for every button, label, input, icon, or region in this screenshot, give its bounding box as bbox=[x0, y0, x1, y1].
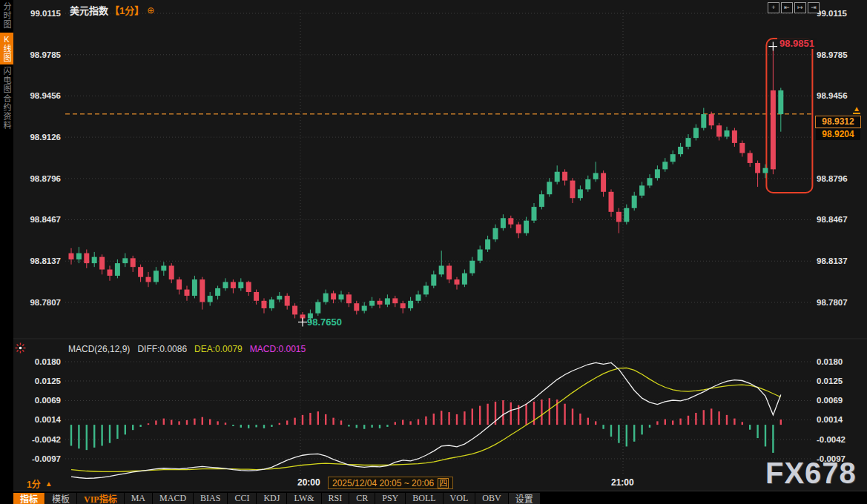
tab-template[interactable]: 模板 bbox=[45, 493, 77, 504]
chart-tool-icons: + ⇤ ↦ ⇥ bbox=[768, 2, 821, 13]
svg-text:0.0069: 0.0069 bbox=[817, 396, 843, 405]
svg-text:98.8467: 98.8467 bbox=[30, 215, 61, 224]
scale-left-icon[interactable]: ⇤ bbox=[781, 2, 793, 13]
chevron-up-icon: ▲ bbox=[45, 480, 53, 488]
prev-price-tag: 98.9204 bbox=[816, 129, 860, 140]
svg-text:0.0014: 0.0014 bbox=[817, 415, 843, 424]
candlestick-layer bbox=[69, 47, 784, 322]
chart-title: 美元指数 【1分】 ⊕ bbox=[70, 3, 154, 17]
svg-text:98.7807: 98.7807 bbox=[817, 298, 848, 307]
svg-text:98.9785: 98.9785 bbox=[817, 50, 848, 59]
pan-icon[interactable]: + bbox=[768, 2, 779, 13]
tab-kdj[interactable]: KDJ bbox=[257, 493, 287, 504]
tab-vol[interactable]: VOL bbox=[444, 493, 476, 504]
tab-macd[interactable]: MACD bbox=[153, 493, 194, 504]
chart-canvas[interactable]: 99.011599.011598.978598.978598.945698.94… bbox=[0, 0, 867, 504]
macd-diff-value: DIFF:0.0086 bbox=[137, 344, 187, 354]
period-selector[interactable]: 1分 ▲ bbox=[27, 477, 53, 490]
sidebar-item-time-chart[interactable]: 分时图 bbox=[0, 2, 13, 29]
svg-text:98.9126: 98.9126 bbox=[30, 133, 61, 142]
macd-dea-value: DEA:0.0079 bbox=[194, 344, 243, 354]
tab-lw[interactable]: LW& bbox=[287, 493, 321, 504]
svg-text:0.0125: 0.0125 bbox=[817, 377, 843, 385]
gridlines bbox=[13, 10, 867, 474]
interval-label: 【1分】 bbox=[110, 3, 144, 17]
svg-text:99.0115: 99.0115 bbox=[817, 9, 848, 18]
tab-indicator[interactable]: 指标 bbox=[13, 493, 45, 504]
svg-text:98.7807: 98.7807 bbox=[30, 298, 61, 307]
svg-text:-0.0097: -0.0097 bbox=[32, 454, 61, 463]
svg-text:98.8137: 98.8137 bbox=[30, 256, 61, 265]
svg-text:0.0180: 0.0180 bbox=[817, 357, 843, 366]
tooltip-datetime: 2025/12/04 20:05 ~ 20:06 bbox=[332, 478, 434, 488]
svg-text:0.0125: 0.0125 bbox=[35, 377, 62, 385]
session-low-label: 98.7650 bbox=[307, 316, 342, 328]
svg-text:-0.0042: -0.0042 bbox=[32, 435, 61, 444]
svg-text:99.0115: 99.0115 bbox=[30, 9, 62, 18]
sidebar-item-flash-chart[interactable]: 闪电图 bbox=[0, 67, 13, 93]
add-indicator-icon[interactable]: ⊕ bbox=[147, 5, 154, 16]
svg-text:98.9456: 98.9456 bbox=[817, 91, 848, 100]
tab-settings[interactable]: 设置 bbox=[509, 493, 541, 504]
svg-text:-0.0042: -0.0042 bbox=[817, 435, 845, 444]
period-text: 1分 bbox=[27, 477, 41, 490]
macd-layer bbox=[70, 362, 782, 478]
tab-psy[interactable]: PSY bbox=[375, 493, 406, 504]
trading-app: { "window": {"instrument":"美元指数","period… bbox=[0, 0, 867, 504]
tab-obv[interactable]: OBV bbox=[475, 493, 508, 504]
tab-boll[interactable]: BOLL bbox=[406, 493, 443, 504]
tab-cr[interactable]: CR bbox=[349, 493, 375, 504]
tab-vip-indicator[interactable]: VIP指标 bbox=[77, 493, 125, 504]
indicator-toolbar: 指标 模板 VIP指标 MA MACD BIAS CCI KDJ LW& RSI… bbox=[13, 491, 867, 504]
sidebar-item-contract-info[interactable]: 合约资料 bbox=[0, 94, 13, 130]
svg-text:98.8137: 98.8137 bbox=[817, 256, 848, 265]
fx678-watermark: FX678 bbox=[765, 457, 857, 490]
tab-bias[interactable]: BIAS bbox=[194, 493, 228, 504]
svg-text:98.9456: 98.9456 bbox=[30, 91, 61, 100]
candle-time-tooltip: 2025/12/04 20:05 ~ 20:06 四 bbox=[328, 477, 453, 489]
macd-header: MACD(26,12,9) DIFF:0.0086 DEA:0.0079 MAC… bbox=[68, 344, 306, 354]
session-high-label: 98.9851 bbox=[777, 38, 817, 49]
svg-text:0.0180: 0.0180 bbox=[35, 357, 61, 366]
time-tick-2000: 20:00 bbox=[297, 477, 320, 488]
price-direction-marker-icon: ▲ bbox=[853, 105, 860, 114]
indicator-alert-icon[interactable] bbox=[15, 342, 26, 357]
svg-text:0.0014: 0.0014 bbox=[35, 415, 62, 424]
fit-axis-icon[interactable]: ⇥ bbox=[808, 2, 820, 13]
tab-cci[interactable]: CCI bbox=[228, 493, 257, 504]
last-price-tag: 98.9312 bbox=[815, 116, 861, 128]
macd-params-label: MACD(26,12,9) bbox=[68, 344, 130, 354]
svg-text:98.9785: 98.9785 bbox=[30, 50, 61, 59]
high-low-markers bbox=[298, 42, 777, 327]
tooltip-weekday: 四 bbox=[438, 478, 449, 488]
svg-text:98.8796: 98.8796 bbox=[817, 174, 848, 183]
svg-text:98.8796: 98.8796 bbox=[30, 174, 61, 183]
tab-ma[interactable]: MA bbox=[125, 493, 153, 504]
time-tick-2100: 21:00 bbox=[611, 477, 634, 488]
macd-macd-value: MACD:0.0015 bbox=[250, 344, 306, 354]
svg-text:0.0069: 0.0069 bbox=[35, 396, 61, 405]
chart-type-sidebar: 分时图 K线图 闪电图 合约资料 bbox=[0, 0, 13, 504]
svg-text:98.8467: 98.8467 bbox=[817, 215, 848, 224]
instrument-name: 美元指数 bbox=[70, 3, 108, 17]
axis-labels: 99.011599.011598.978598.978598.945698.94… bbox=[30, 9, 848, 463]
scale-right-icon[interactable]: ↦ bbox=[794, 2, 806, 13]
tab-rsi[interactable]: RSI bbox=[322, 493, 350, 504]
sidebar-item-candle-chart[interactable]: K线图 bbox=[0, 33, 13, 64]
